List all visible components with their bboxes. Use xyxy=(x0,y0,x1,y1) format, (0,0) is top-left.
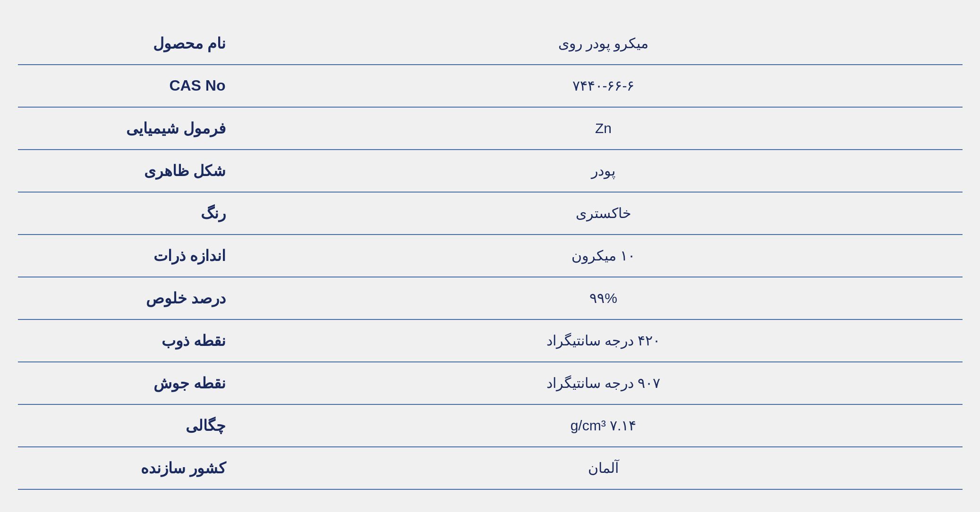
value-appearance: پودر xyxy=(245,153,963,188)
label-appearance: شکل ظاهری xyxy=(18,152,245,189)
value-cas-no: ۷۴۴۰-۶۶-۶ xyxy=(245,68,963,103)
table-row-particle-size: اندازه ذرات۱۰ میکرون xyxy=(18,235,963,277)
value-manufacturer-country: آلمان xyxy=(245,450,963,486)
value-purity: ۹۹% xyxy=(245,280,963,316)
table-row-melting-point: نقطه ذوب۴۲۰ درجه سانتیگراد xyxy=(18,320,963,362)
label-melting-point: نقطه ذوب xyxy=(18,322,245,359)
label-purity: درصد خلوص xyxy=(18,280,245,317)
value-chemical-formula: Zn xyxy=(245,111,963,146)
label-product-name: نام محصول xyxy=(18,25,245,62)
label-chemical-formula: فرمول شیمیایی xyxy=(18,110,245,147)
table-row-boiling-point: نقطه جوش۹۰۷ درجه سانتیگراد xyxy=(18,362,963,405)
table-row-purity: درصد خلوص۹۹% xyxy=(18,277,963,320)
table-row-appearance: شکل ظاهریپودر xyxy=(18,150,963,193)
label-cas-no: CAS No xyxy=(18,67,245,104)
table-row-chemical-formula: فرمول شیمیاییZn xyxy=(18,108,963,150)
table-row-density: چگالیg/cm³ ۷.۱۴ xyxy=(18,405,963,447)
value-product-name: میکرو پودر روی xyxy=(245,25,963,61)
table-row-color: رنگخاکستری xyxy=(18,193,963,235)
label-color: رنگ xyxy=(18,195,245,232)
value-particle-size: ۱۰ میکرون xyxy=(245,238,963,273)
value-color: خاکستری xyxy=(245,195,963,231)
table-row-manufacturer-country: کشور سازندهآلمان xyxy=(18,447,963,490)
value-melting-point: ۴۲۰ درجه سانتیگراد xyxy=(245,323,963,358)
label-density: چگالی xyxy=(18,407,245,444)
table-row-cas-no: CAS No۷۴۴۰-۶۶-۶ xyxy=(18,65,963,108)
table-row-product-name: نام محصولمیکرو پودر روی xyxy=(18,23,963,65)
label-particle-size: اندازه ذرات xyxy=(18,237,245,274)
label-boiling-point: نقطه جوش xyxy=(18,365,245,402)
product-info-table: نام محصولمیکرو پودر رویCAS No۷۴۴۰-۶۶-۶فر… xyxy=(18,23,963,490)
value-density: g/cm³ ۷.۱۴ xyxy=(245,408,963,443)
label-manufacturer-country: کشور سازنده xyxy=(18,450,245,487)
value-boiling-point: ۹۰۷ درجه سانتیگراد xyxy=(245,365,963,401)
